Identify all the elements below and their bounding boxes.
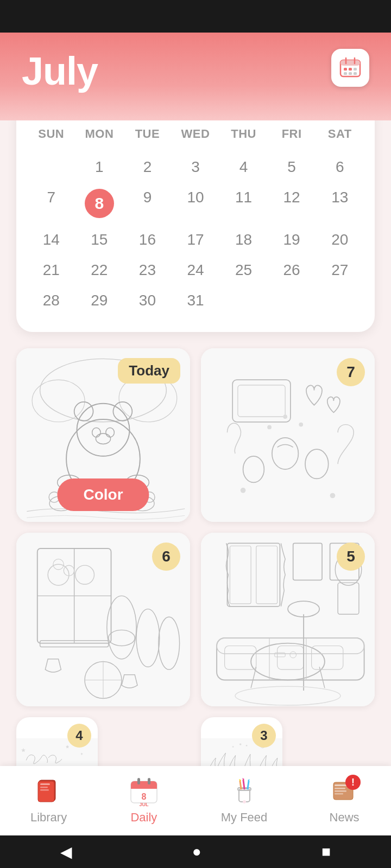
calendar-grid: SUN MON TUE WED THU FRI SAT 1 2 3 4 5 6 …: [27, 120, 364, 316]
system-nav: ◀ ● ■: [0, 835, 391, 868]
cal-day-6[interactable]: 6: [316, 152, 364, 182]
cal-day-empty3: [268, 285, 316, 316]
svg-rect-8: [349, 72, 352, 75]
cal-day-20[interactable]: 20: [316, 225, 364, 255]
back-button[interactable]: ◀: [60, 843, 72, 861]
bottom-nav: Library 8 JUL Daily: [0, 766, 391, 835]
svg-rect-112: [335, 790, 346, 792]
svg-rect-90: [40, 783, 50, 785]
svg-point-34: [299, 423, 303, 427]
svg-text:✦: ✦: [80, 752, 83, 756]
nav-daily-label: Daily: [130, 810, 157, 825]
myfeed-icon: [228, 775, 261, 807]
coloring-card-6[interactable]: 6: [16, 533, 190, 706]
recent-button[interactable]: ■: [321, 843, 331, 860]
cal-day-26[interactable]: 26: [268, 255, 316, 285]
calendar-icon-button[interactable]: [331, 49, 369, 87]
svg-point-108: [243, 800, 246, 803]
cal-day-30[interactable]: 30: [123, 285, 172, 316]
day-5-badge: 5: [337, 542, 365, 571]
cal-header-sun: SUN: [27, 120, 75, 152]
cal-day-9[interactable]: 9: [123, 182, 172, 225]
svg-point-85: [239, 743, 242, 745]
cal-day-10[interactable]: 10: [172, 182, 220, 225]
cal-header-thu: THU: [219, 120, 268, 152]
cal-day-29[interactable]: 29: [75, 285, 124, 316]
nav-news[interactable]: ! News: [328, 775, 361, 825]
cal-header-mon: MON: [75, 120, 124, 152]
cal-day-14[interactable]: 14: [27, 225, 75, 255]
cal-day-empty2: [219, 285, 268, 316]
coloring-grid: Today Color: [0, 348, 391, 717]
cal-day-18[interactable]: 18: [219, 225, 268, 255]
cal-day-13[interactable]: 13: [316, 182, 364, 225]
cal-day-16[interactable]: 16: [123, 225, 172, 255]
home-button[interactable]: ●: [192, 843, 201, 860]
cal-day-11[interactable]: 11: [219, 182, 268, 225]
day-6-badge: 6: [152, 542, 180, 571]
svg-point-33: [267, 425, 272, 430]
cal-day-31[interactable]: 31: [172, 285, 220, 316]
svg-rect-9: [354, 72, 357, 75]
svg-point-86: [232, 746, 234, 748]
svg-rect-6: [354, 68, 357, 71]
cal-day-15[interactable]: 15: [75, 225, 124, 255]
svg-point-87: [246, 745, 248, 746]
cal-day-17[interactable]: 17: [172, 225, 220, 255]
cal-day-3[interactable]: 3: [172, 152, 220, 182]
cal-day-empty: [27, 152, 75, 182]
svg-line-102: [240, 781, 241, 789]
nav-library[interactable]: Library: [30, 775, 67, 825]
cal-day-4[interactable]: 4: [219, 152, 268, 182]
cal-day-28[interactable]: 28: [27, 285, 75, 316]
news-badge: !: [345, 775, 361, 790]
coloring-card-7[interactable]: 7: [201, 348, 375, 522]
cal-header-sat: SAT: [316, 120, 364, 152]
cal-day-24[interactable]: 24: [172, 255, 220, 285]
cal-day-12[interactable]: 12: [268, 182, 316, 225]
cal-day-27[interactable]: 27: [316, 255, 364, 285]
nav-myfeed[interactable]: My Feed: [221, 775, 268, 825]
svg-rect-1: [340, 60, 360, 66]
cal-day-22[interactable]: 22: [75, 255, 124, 285]
cal-day-2[interactable]: 2: [123, 152, 172, 182]
svg-point-35: [283, 414, 287, 419]
cal-day-21[interactable]: 21: [27, 255, 75, 285]
svg-marker-107: [248, 779, 250, 781]
nav-myfeed-label: My Feed: [221, 810, 268, 825]
cal-day-8-today[interactable]: 8: [75, 182, 124, 225]
svg-rect-92: [40, 789, 49, 791]
day-4-badge: 4: [67, 724, 91, 748]
color-button[interactable]: Color: [57, 478, 149, 511]
svg-line-106: [248, 781, 249, 789]
svg-text:★: ★: [66, 744, 69, 749]
coloring-card-today[interactable]: Today Color: [16, 348, 190, 522]
cal-day-7[interactable]: 7: [27, 182, 75, 225]
calendar-card: SUN MON TUE WED THU FRI SAT 1 2 3 4 5 6 …: [16, 104, 375, 332]
day-3-badge: 3: [252, 724, 276, 748]
svg-rect-95: [131, 786, 157, 789]
cal-day-19[interactable]: 19: [268, 225, 316, 255]
cal-day-1[interactable]: 1: [75, 152, 124, 182]
svg-rect-96: [137, 778, 140, 784]
coloring-card-5[interactable]: 5: [201, 533, 375, 706]
nav-news-label: News: [330, 810, 360, 825]
month-title: July: [22, 49, 98, 93]
cal-day-23[interactable]: 23: [123, 255, 172, 285]
cal-day-25[interactable]: 25: [219, 255, 268, 285]
svg-rect-97: [148, 778, 150, 784]
svg-marker-105: [242, 778, 244, 780]
svg-text:★: ★: [21, 748, 26, 753]
cal-day-5[interactable]: 5: [268, 152, 316, 182]
svg-point-36: [330, 493, 336, 499]
svg-rect-7: [344, 72, 347, 75]
svg-marker-103: [239, 779, 241, 781]
svg-rect-4: [344, 68, 347, 71]
nav-daily[interactable]: 8 JUL Daily: [128, 775, 160, 825]
cal-header-fri: FRI: [268, 120, 316, 152]
svg-text:JUL: JUL: [139, 802, 149, 806]
svg-rect-5: [349, 68, 352, 71]
app-header: July: [0, 33, 391, 120]
svg-rect-111: [335, 788, 345, 789]
cal-header-wed: WED: [172, 120, 220, 152]
